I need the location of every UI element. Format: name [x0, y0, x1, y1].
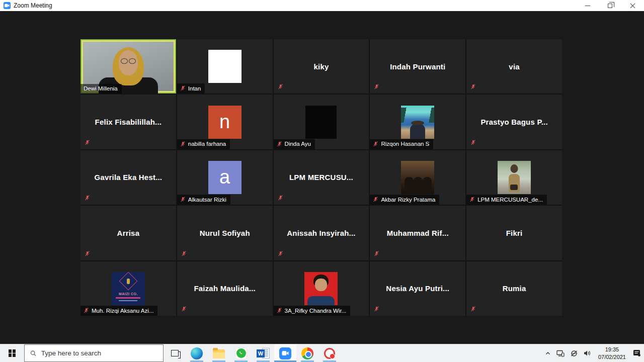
- participant-tile[interactable]: Rizqon Hasanan S: [370, 95, 465, 149]
- muted-mic-icon: [373, 196, 378, 203]
- speaker-icon: [584, 350, 591, 356]
- mute-indicator: [85, 139, 90, 146]
- participant-tile[interactable]: Arrisa: [80, 206, 176, 260]
- minimize-icon: [585, 6, 590, 6]
- participant-avatar: [498, 161, 531, 194]
- participant-tile[interactable]: via: [466, 39, 562, 94]
- taskbar-app-recorder[interactable]: [318, 344, 341, 362]
- mute-indicator: [470, 83, 476, 90]
- taskbar-app-zoom[interactable]: [274, 344, 296, 362]
- participant-avatar: MAIZI CO.: [112, 272, 145, 305]
- task-view-button[interactable]: [164, 344, 186, 362]
- start-button[interactable]: [0, 344, 24, 362]
- muted-mic-icon: [470, 83, 476, 90]
- participant-tile[interactable]: Rumia: [466, 261, 562, 316]
- participant-tile[interactable]: Intan: [177, 39, 273, 94]
- avatar-initial: a: [219, 166, 230, 188]
- participant-name: Rumia: [498, 284, 531, 293]
- muted-mic-icon: [85, 250, 90, 257]
- muted-mic-icon: [278, 83, 283, 90]
- participant-name: nabilla farhana: [188, 141, 226, 147]
- minimize-button[interactable]: [576, 0, 599, 11]
- tray-display-button[interactable]: [556, 350, 565, 357]
- participant-avatar: [305, 106, 337, 139]
- zoom-app-icon: [4, 2, 11, 9]
- muted-mic-icon: [180, 141, 186, 147]
- window-title: Zoom Meeting: [14, 2, 52, 9]
- tray-network-button[interactable]: [570, 350, 578, 357]
- taskbar-app-word[interactable]: W: [252, 344, 274, 362]
- muted-mic-icon: [374, 250, 379, 257]
- participant-tile[interactable]: MAIZI CO.Muh. Rizqi Aksanu Azi...: [80, 261, 176, 316]
- participant-name-label: LPM MERCUSUAR_de...: [466, 195, 547, 205]
- participant-tile[interactable]: Muhammad Rif...: [370, 206, 465, 260]
- mute-indicator: [278, 83, 283, 90]
- participant-name-label: Intan: [177, 83, 205, 94]
- participant-name: Rizqon Hasanan S: [381, 141, 429, 147]
- muted-mic-icon: [374, 306, 379, 312]
- muted-mic-icon: [374, 83, 379, 90]
- participant-tile[interactable]: Felix Fisabilillah...: [80, 95, 176, 149]
- tray-expand-button[interactable]: [545, 350, 551, 356]
- participant-tile[interactable]: Gavrila Eka Hest...: [80, 150, 176, 205]
- participant-tile[interactable]: Nurul Sofiyah: [177, 206, 273, 260]
- mute-indicator: [374, 250, 379, 257]
- muted-mic-icon: [277, 307, 282, 314]
- chevron-up-icon: [545, 350, 551, 356]
- action-center-button[interactable]: [633, 349, 641, 357]
- mute-indicator: [470, 306, 476, 312]
- mute-indicator: [85, 195, 90, 201]
- participant-avatar: a: [208, 161, 242, 194]
- screen-recorder-icon: [324, 348, 335, 359]
- participant-tile[interactable]: LPM MERCUSU...: [274, 150, 369, 205]
- participant-name: Anissah Insyirah...: [282, 229, 360, 237]
- participant-avatar: [304, 272, 338, 305]
- taskbar-app-chrome[interactable]: [296, 344, 318, 362]
- muted-mic-icon: [181, 250, 187, 257]
- taskbar-search[interactable]: [24, 344, 164, 362]
- muted-mic-icon: [85, 139, 90, 146]
- participant-tile[interactable]: Akbar Rizky Pratama: [370, 150, 465, 205]
- restore-button[interactable]: [599, 0, 621, 11]
- participant-tile[interactable]: kiky: [274, 39, 369, 94]
- close-icon: [630, 3, 635, 9]
- participant-name: LPM MERCUSU...: [284, 173, 358, 182]
- participant-tile[interactable]: Faizah Maulida...: [177, 261, 273, 316]
- tray-clock[interactable]: 19:35 07/02/2021: [597, 346, 627, 360]
- participant-tile[interactable]: Dinda Ayu: [274, 95, 369, 149]
- tray-time: 19:35: [598, 346, 626, 353]
- display-icon: [556, 350, 565, 357]
- participant-tile[interactable]: 3A_Rifky Chandra Wir...: [274, 261, 369, 316]
- participant-name: LPM MERCUSUAR_de...: [477, 197, 543, 203]
- participant-tile[interactable]: Nesia Ayu Putri...: [370, 261, 465, 316]
- taskbar-app-edge[interactable]: [186, 344, 208, 362]
- zoom-taskbar-icon: [279, 347, 291, 359]
- participant-tile[interactable]: Prastyo Bagus P...: [466, 95, 562, 149]
- search-icon: [30, 350, 37, 357]
- muted-mic-icon: [278, 195, 283, 201]
- participant-tile[interactable]: aAlkautsar Rizki: [177, 150, 273, 205]
- mute-indicator: [85, 250, 90, 257]
- participant-avatar: [401, 106, 434, 139]
- participant-tile[interactable]: Dewi Millenia: [80, 39, 176, 94]
- participant-tile[interactable]: Fikri: [466, 206, 562, 260]
- participant-tile[interactable]: Anissah Insyirah...: [274, 206, 369, 260]
- participant-tile[interactable]: LPM MERCUSUAR_de...: [466, 150, 562, 205]
- search-input[interactable]: [41, 349, 157, 357]
- tray-date: 07/02/2021: [598, 353, 626, 360]
- taskbar-app-whatsapp[interactable]: [230, 344, 252, 362]
- notification-icon: [633, 349, 641, 357]
- participant-name-label: 3A_Rifky Chandra Wir...: [274, 306, 351, 316]
- participant-tile[interactable]: Indah Purwanti: [370, 39, 465, 94]
- word-icon: W: [257, 347, 270, 359]
- whatsapp-icon: [235, 347, 247, 359]
- edge-icon: [191, 347, 203, 359]
- taskbar-app-file-explorer[interactable]: [208, 344, 230, 362]
- participant-tile[interactable]: nnabilla farhana: [177, 95, 273, 149]
- muted-mic-icon: [180, 85, 186, 92]
- participant-name-label: nabilla farhana: [177, 139, 230, 149]
- participant-avatar: [401, 161, 434, 194]
- participant-name: Felix Fisabilillah...: [90, 118, 167, 126]
- close-button[interactable]: [621, 0, 644, 11]
- tray-volume-button[interactable]: [584, 350, 591, 356]
